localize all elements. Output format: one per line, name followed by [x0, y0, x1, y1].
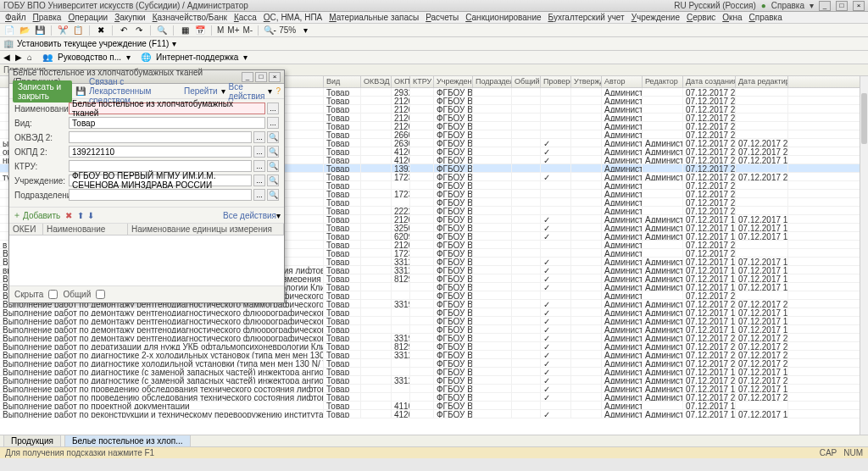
table-row[interactable]: Выполнение работ по диагностике холодиль…	[0, 359, 860, 368]
col-name[interactable]: Наименование	[43, 224, 128, 235]
select-button[interactable]: ...	[253, 146, 265, 158]
tab-item[interactable]: Белье постельное из хлоп...	[64, 435, 191, 447]
table-row[interactable]: Выполнение работ по демонтажу рентгеноди…	[0, 325, 860, 334]
tab-products[interactable]: Продукция	[3, 435, 61, 447]
maximize-button[interactable]: □	[836, 1, 848, 11]
help-icon[interactable]: ?	[275, 86, 281, 96]
globe-icon[interactable]: 🌐	[141, 53, 151, 62]
col-okei[interactable]: ОКЕИ	[9, 224, 43, 235]
dropdown-icon[interactable]: ▾	[126, 53, 131, 62]
save-button[interactable]: Записать и закрыть	[13, 80, 72, 103]
up-icon[interactable]: ⬆	[77, 211, 84, 220]
select-button[interactable]: ...	[253, 175, 265, 186]
column-header[interactable]: Дата создания	[683, 76, 736, 87]
column-header[interactable]: КТРУ	[410, 76, 434, 87]
search-button[interactable]: 🔍	[267, 146, 279, 158]
new-icon[interactable]: 📄	[3, 25, 15, 36]
select-button[interactable]: ...	[253, 189, 265, 201]
menu-item[interactable]: Справка	[749, 13, 782, 22]
open-icon[interactable]: 📂	[19, 25, 31, 36]
calc-icon[interactable]: ▦	[179, 25, 191, 36]
menu-item[interactable]: Файл	[5, 13, 26, 22]
dialog-minimize[interactable]: _	[242, 72, 253, 82]
help-link[interactable]: Справка	[771, 1, 804, 10]
search-button[interactable]: 🔍	[267, 189, 279, 201]
save-icon[interactable]: 💾	[75, 86, 86, 96]
search-button[interactable]: 🔍	[267, 160, 279, 172]
copy-icon[interactable]: 📋	[72, 25, 84, 36]
dropdown-icon[interactable]: ▾	[221, 86, 225, 96]
set-org-button[interactable]: Установить текущее учреждение (F11)	[17, 39, 169, 48]
dropdown-icon[interactable]: ▾	[172, 39, 176, 48]
column-header[interactable]: Редактор	[643, 76, 683, 87]
common-checkbox[interactable]	[96, 290, 105, 299]
select-button[interactable]: ...	[253, 131, 265, 143]
dropdown-icon[interactable]: ▾	[276, 211, 281, 220]
dialog-maximize[interactable]: □	[255, 72, 267, 82]
menu-item[interactable]: Учреждение	[632, 13, 680, 22]
table-row[interactable]: Выполнение работ по диагностике 2-х холо…	[0, 351, 860, 359]
menu-item[interactable]: Правка	[33, 13, 62, 22]
uchr-input[interactable]: ФГБОУ ВО ПЕРВЫЙ МГМУ ИМ.И.М. СЕЧЕНОВА МИ…	[69, 175, 252, 186]
nav-fwd-icon[interactable]: ▶	[15, 53, 22, 62]
zoom-dropdown[interactable]: ▾	[299, 25, 311, 36]
link-goto[interactable]: Перейти	[184, 86, 218, 96]
m-plus[interactable]: M	[217, 25, 224, 35]
menu-item[interactable]: Касса	[234, 13, 257, 22]
okved-input[interactable]	[69, 131, 252, 143]
find-icon[interactable]: 🔍	[156, 25, 168, 36]
select-button[interactable]: ...	[267, 117, 279, 129]
column-header[interactable]: ОКП...	[392, 76, 410, 87]
column-header[interactable]: ОКВЭД 2	[361, 76, 392, 87]
column-header[interactable]: Автор	[602, 76, 643, 87]
table-row[interactable]: Выполнение работ по проведению обследова…	[0, 393, 860, 402]
cancel-icon[interactable]: ✖	[95, 25, 107, 36]
menu-item[interactable]: Операции	[68, 13, 108, 22]
subgrid-body[interactable]	[9, 236, 284, 286]
table-row[interactable]: Выполнение работ по демонтажу рентгеноди…	[0, 334, 860, 342]
table-row[interactable]: Выполнение работ по демонтажу рентгеноди…	[0, 308, 860, 317]
zoom-level[interactable]: 75%	[279, 25, 296, 35]
menu-item[interactable]: Окна	[722, 13, 742, 22]
name-input[interactable]: Белье постельное из хлопчатобумажных тка…	[69, 103, 265, 114]
delete-icon[interactable]: ✖	[65, 211, 72, 220]
column-header[interactable]: Дата редактирования	[736, 76, 788, 87]
help-icon[interactable]: ●	[761, 1, 766, 10]
dropdown-icon[interactable]: ▾	[268, 86, 272, 96]
table-row[interactable]: Выполнение работ по диагностике (с замен…	[0, 376, 860, 385]
select-button[interactable]: ...	[253, 160, 265, 172]
podr-input[interactable]	[69, 189, 252, 201]
scrollbar-thumb[interactable]	[861, 93, 867, 144]
table-row[interactable]: Выполнение работ по проведению обследова…	[0, 385, 860, 393]
users-icon[interactable]: 👥	[42, 53, 53, 62]
cut-icon[interactable]: ✂️	[57, 25, 69, 36]
menu-item[interactable]: ОС, НМА, НПА	[264, 13, 322, 22]
table-row[interactable]: Выполнение работ по демонтажу рентгеноди…	[0, 317, 860, 325]
calendar-icon[interactable]: 📅	[194, 25, 206, 36]
dropdown-icon[interactable]: ▾	[243, 53, 248, 62]
nav-back-icon[interactable]: ◀	[3, 53, 10, 62]
table-row[interactable]: Выполнение работ по дератизации для нужд…	[0, 342, 860, 351]
add-button[interactable]: Добавить	[23, 211, 60, 220]
table-row[interactable]: Выполнение работ по проектной документац…	[0, 402, 860, 410]
column-header[interactable]: Общий	[512, 76, 541, 87]
language-label[interactable]: RU Русский (Россия)	[674, 1, 756, 10]
column-header[interactable]: Учреждение	[434, 76, 473, 87]
m-plus2[interactable]: M+	[227, 25, 239, 35]
hidden-checkbox[interactable]	[48, 290, 58, 299]
table-row[interactable]: Выполнение работ по диагностике (с замен…	[0, 368, 860, 376]
okpd-input[interactable]: 139212110	[69, 146, 252, 158]
menu-item[interactable]: Бухгалтерский учет	[548, 13, 625, 22]
vid-input[interactable]: Товар	[69, 117, 265, 129]
col-unit[interactable]: Наименование единицы измерения	[128, 224, 284, 235]
close-button[interactable]: ×	[853, 1, 865, 11]
redo-icon[interactable]: ↷	[133, 25, 145, 36]
home-icon[interactable]: ⌂	[27, 53, 32, 62]
search-button[interactable]: 🔍	[267, 131, 279, 143]
down-icon[interactable]: ⬇	[87, 211, 94, 220]
minimize-button[interactable]: _	[819, 1, 831, 11]
menu-item[interactable]: Санкционирование	[465, 13, 541, 22]
table-row[interactable]: Выполнение работ по реконструкции и техн…	[0, 410, 860, 418]
column-header[interactable]: Утвержден	[571, 76, 602, 87]
column-header[interactable]: Вид	[324, 76, 361, 87]
